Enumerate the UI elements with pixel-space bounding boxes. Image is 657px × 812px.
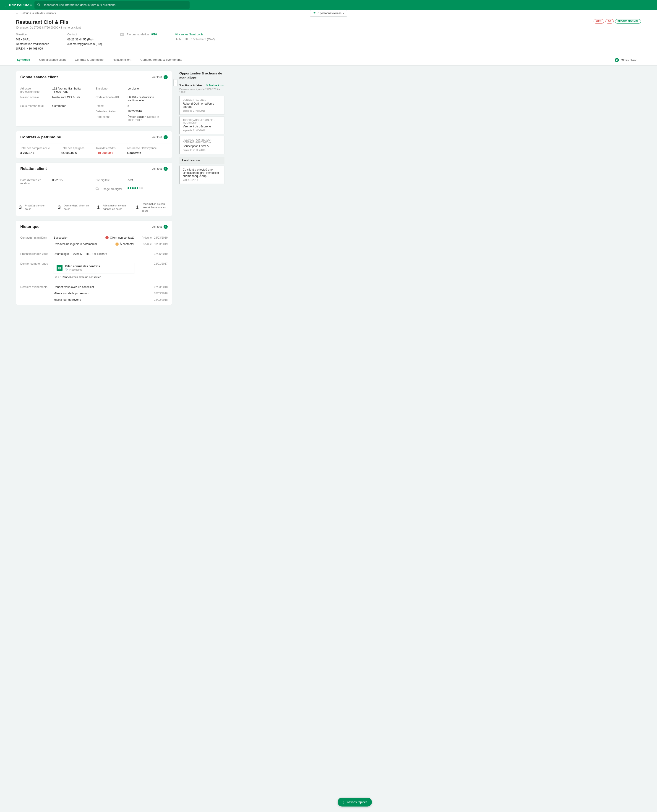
attachment[interactable]: ▤ Bilan annuel des contrats 📎 Pièce join… (54, 262, 134, 274)
svg-rect-7 (98, 188, 99, 189)
client-id: ID unique : 01 67001 84756 00000 • 3 num… (16, 26, 81, 29)
tab-comptes-rendus[interactable]: Comptes-rendus & événements (140, 55, 183, 65)
reco-label: Recommandation : (127, 33, 151, 36)
sidebar: ▸ Opportunités & actions de mon client 5… (176, 66, 228, 315)
last-update: Dernière mise à jour le 21/08/2019 à 14h… (179, 88, 224, 94)
alert-icon: ! (105, 236, 109, 239)
search-input[interactable] (43, 3, 187, 6)
agency-name: Vincennes Saint Louis (175, 33, 215, 36)
side-title: Opportunités & actions de mon client (179, 71, 224, 80)
card-relation-client: Relation client Voir tout › Date d'entré… (16, 162, 172, 216)
comment-icon: ••• (120, 33, 125, 36)
tab-contrats[interactable]: Contrats & patrimoine (74, 55, 104, 65)
arrow-left-icon: ← (16, 12, 19, 15)
action-card[interactable]: AUTORISATION/FORÇAGE • MULTIMÉDIA Vireme… (179, 116, 224, 134)
search-bar[interactable] (34, 2, 190, 9)
rc-voir-tout[interactable]: Voir tout › (152, 167, 168, 171)
offers-tab[interactable]: ▣ Offres client (610, 55, 641, 65)
card-contrats-patrimoine: Contrats & patrimoine Voir tout › Total … (16, 131, 172, 158)
logo-icon (3, 3, 7, 7)
svg-point-5 (176, 38, 177, 39)
cp-title: Contrats & patrimoine (20, 135, 61, 139)
action-card[interactable]: RELANCE POUR RETOUR CONTRAT • MULTIMÉDIA… (179, 136, 224, 154)
linked-persons-label: 6 personnes reliées (318, 12, 341, 15)
advisor-name: M. THIERRY Richard (CAP) (179, 37, 215, 41)
kc-sousmarche-label: Sous-marché retail (20, 105, 48, 108)
kc-enseigne-label: Enseigne (96, 87, 123, 94)
kc-enseigne-value: Le cloclo (128, 87, 166, 94)
contact-block: Contact 06 22 33 44 55 (Pro) clot.marc@g… (67, 33, 102, 50)
refresh-icon: ⟳ (206, 84, 208, 87)
hist-contacts: Contact(s) planifié(s) Succession ! Clie… (16, 233, 172, 249)
refresh-button[interactable]: ⟳ Mettre à jour (206, 84, 224, 87)
badge-professionnel: PROFESSIONNEL (615, 19, 641, 23)
counter-demandes: 3 Demande(s) client en cours (55, 199, 94, 216)
hist-title: Historique (20, 225, 39, 229)
card-connaissance-client: Connaissance client Voir tout › Adresse … (16, 71, 172, 126)
tab-relation[interactable]: Relation client (112, 55, 132, 65)
badges: GRN D0 PROFESSIONNEL (593, 19, 641, 23)
tab-connaissance[interactable]: Connaissance client (38, 55, 67, 65)
sidebar-toggle[interactable]: ▸ (173, 79, 177, 86)
svg-point-4 (315, 12, 316, 13)
kc-profil-label: Profil client (96, 115, 123, 122)
kc-profil-value: Évalué valide • Depuis le 18/11/2017 (128, 115, 166, 122)
back-label: Retour à la liste des résultats (20, 12, 56, 15)
kc-raison-label: Raison sociale (20, 96, 48, 102)
action-card[interactable]: CONTACT • AGENCE Rebond Optin email/sms … (179, 96, 224, 115)
arrow-right-icon: › (163, 75, 168, 79)
kc-address-value: 112 Avenue Gambetta 75 020 Paris (52, 87, 91, 94)
cp-voir-tout[interactable]: Voir tout › (152, 135, 168, 139)
tab-synthese[interactable]: Synthèse (16, 55, 31, 65)
offers-icon: ▣ (615, 58, 619, 62)
chevron-down-icon: ▾ (343, 12, 344, 15)
client-header: Restaurant Clot & Fils ID unique : 01 67… (0, 17, 657, 55)
rc-date-value: 08/2015 (52, 178, 91, 185)
svg-rect-6 (96, 188, 98, 189)
hist-item-title: Rdv avec un ingénieur patrimonial (54, 242, 97, 246)
linked-to: Lié à : Rendez-vous avec un conseiller (54, 276, 134, 279)
brand-name: BNP PARIBAS (9, 3, 32, 6)
back-link[interactable]: ← Retour à la liste des résultats (16, 12, 56, 15)
document-icon: ▤ (56, 265, 62, 271)
rc-cle-label: Clé digitale (96, 178, 123, 185)
notification-card[interactable]: Ce client a effectué une simulation de p… (179, 166, 224, 184)
hist-events: Derniers évènements Rendez-vous avec un … (16, 282, 172, 304)
arrow-right-icon: › (163, 167, 168, 171)
brand-logo[interactable]: BNP PARIBAS (3, 3, 32, 7)
counters: 3 Projet(s) client en cours 3 Demande(s)… (16, 199, 172, 216)
contact-email: clot.marc@gmail.com (Pro) (67, 42, 102, 46)
hist-rdv: Prochain rendez-vous Déontologie — Avec … (16, 249, 172, 259)
paperclip-icon: 📎 (65, 268, 69, 271)
rc-date-label: Date d'entrée en relation (20, 178, 48, 185)
hist-item-title: Succession (54, 236, 68, 239)
attachment-title: Bilan annuel des contrats (65, 265, 100, 268)
total-credits: Total des crédits - 10 200,00 € (96, 147, 116, 155)
arrow-right-icon: › (163, 225, 168, 229)
kc-title: Connaissance client (20, 75, 58, 80)
kc-ape-value: 56.10A - restauration traditionnelle (128, 96, 166, 102)
digital-usage-dots (128, 187, 166, 191)
top-bar: BNP PARIBAS (0, 0, 657, 10)
hist-cr: Dernier compte-rendu ▤ Bilan annuel des … (16, 259, 172, 282)
badge-grn: GRN (593, 19, 604, 23)
hist-voir-tout[interactable]: Voir tout › (152, 225, 168, 229)
kc-sousmarche-value: Commerce (52, 105, 91, 108)
kc-voir-tout[interactable]: Voir tout › (152, 75, 168, 79)
kc-effectif-value: 5 (128, 105, 166, 108)
counter-reclamation-agence: 1 Réclamation niveau agence en cours (94, 199, 133, 216)
digital-usage-label: Usage du digital (96, 187, 123, 191)
voir-tout-label: Voir tout (152, 225, 162, 228)
linked-persons-dropdown[interactable]: 6 personnes reliées ▾ (310, 10, 347, 17)
agency-block: Vincennes Saint Louis M. THIERRY Richard… (175, 33, 215, 50)
badge-d0: D0 (606, 19, 613, 23)
hist-event-title: Mise à jour de la profession (54, 292, 134, 295)
person-icon (175, 37, 178, 41)
kc-effectif-label: Effectif (96, 105, 123, 108)
svg-point-3 (313, 12, 314, 13)
contact-phone: 06 22 33 44 55 (Pro) (67, 38, 102, 41)
situation-type: ME • SARL (16, 38, 49, 41)
total-epargne: Total des épargnes 14 100,00 € (61, 147, 84, 155)
recommendation-block: ••• Recommandation : 9/10 (120, 33, 157, 50)
svg-line-1 (39, 5, 40, 6)
